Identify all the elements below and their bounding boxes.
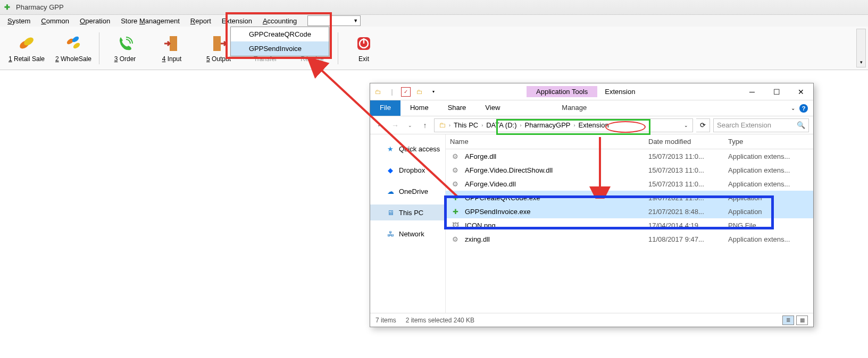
file-icon: ⚙	[450, 165, 461, 175]
app-title: Pharmacy GPP	[16, 3, 64, 11]
addr-dropdown-icon[interactable]: ⌄	[684, 123, 690, 128]
file-date: 15/07/2013 11:0...	[648, 166, 728, 174]
status-count: 7 items	[375, 317, 396, 324]
computer-icon: 🖥	[386, 208, 395, 217]
folder-icon: 🗀	[373, 87, 383, 97]
nav-quick-access[interactable]: ★Quick access	[370, 141, 445, 157]
search-input[interactable]: Search Extension 🔍	[713, 118, 809, 132]
file-icon: ⚙	[450, 234, 461, 244]
file-name: AForge.Video.DirectShow.dll	[465, 166, 648, 174]
tool-retail-sale[interactable]: 1 Retail Sale	[3, 29, 50, 67]
dropdown-create-qrcode[interactable]: GPPCreateQRCode	[231, 27, 329, 41]
file-name: ICON.png	[465, 221, 648, 229]
menu-operation[interactable]: Operation	[74, 16, 115, 26]
toolbar-separator	[99, 32, 99, 64]
view-large-icons-button[interactable]: ▦	[796, 316, 808, 325]
breadcrumb-drive[interactable]: DATA (D:)	[484, 121, 519, 129]
address-bar-row: ← → ⌄ ↑ 🗀 › This PC › DATA (D:) › Pharma…	[370, 116, 813, 134]
phone-icon	[115, 34, 135, 53]
ribbon-home[interactable]: Home	[400, 100, 438, 116]
chevron-right-icon[interactable]: ›	[448, 123, 452, 128]
chevron-right-icon[interactable]: ›	[519, 123, 523, 128]
properties-icon[interactable]: ✓	[401, 87, 411, 97]
menu-extension[interactable]: Extension	[216, 16, 257, 26]
door-in-icon	[162, 34, 181, 53]
svg-point-3	[72, 41, 81, 49]
breadcrumb-this-pc[interactable]: This PC	[452, 121, 480, 129]
ribbon-file[interactable]: File	[370, 100, 400, 116]
file-row[interactable]: ✚GPPSendInvoice.exe21/07/2021 8:48...App…	[446, 204, 813, 218]
menu-system[interactable]: System	[2, 16, 36, 26]
ribbon-collapse-icon[interactable]: ⌄	[791, 105, 795, 111]
maximize-button[interactable]: ☐	[764, 83, 789, 100]
file-row[interactable]: ⚙AForge.dll15/07/2013 11:0...Application…	[446, 149, 813, 163]
menu-accounting[interactable]: Accounting	[257, 16, 302, 26]
nav-this-pc[interactable]: 🖥This PC	[370, 204, 445, 220]
menu-combo[interactable]: ▼	[307, 15, 361, 26]
cloud-icon: ☁	[386, 187, 395, 195]
breadcrumb-extension[interactable]: Extension	[577, 121, 611, 129]
file-type: Application extens...	[728, 152, 813, 160]
file-date: 17/04/2014 4:19...	[648, 221, 728, 229]
toolbar: 1 Retail Sale 2 WholeSale 3 Order 4 Inpu…	[0, 27, 868, 70]
nav-up[interactable]: ↑	[419, 120, 431, 131]
col-date[interactable]: Date modified	[648, 138, 728, 146]
nav-network[interactable]: 🖧Network	[370, 226, 445, 242]
file-type: Application extens...	[728, 180, 813, 188]
nav-recent-dropdown[interactable]: ⌄	[404, 120, 416, 131]
breadcrumb-pharmacygpp[interactable]: PharmacyGPP	[523, 121, 573, 129]
door-out-icon	[209, 34, 228, 53]
explorer-titlebar: 🗀 | ✓ 🗀 ▾ Application Tools Extension ─ …	[370, 83, 813, 100]
ribbon-share[interactable]: Share	[438, 100, 476, 116]
minimize-button[interactable]: ─	[740, 83, 764, 100]
view-details-button[interactable]: ≣	[782, 316, 794, 325]
app-icon: ✚	[4, 3, 13, 12]
col-name[interactable]: Name	[450, 138, 648, 146]
file-icon: ⚙	[450, 151, 461, 161]
nav-dropbox[interactable]: ◆Dropbox	[370, 162, 445, 178]
close-button[interactable]: ✕	[789, 83, 813, 100]
file-type: Application extens...	[728, 166, 813, 174]
file-row[interactable]: ✚GPPCreateQRCode.exe19/07/2021 11:5...Ap…	[446, 191, 813, 204]
tool-wholesale[interactable]: 2 WholeSale	[50, 29, 97, 67]
file-row[interactable]: ⚙AForge.Video.dll15/07/2013 11:0...Appli…	[446, 177, 813, 191]
chevron-down-icon: ▼	[353, 18, 358, 23]
col-type[interactable]: Type	[728, 138, 813, 146]
file-row[interactable]: ⚙AForge.Video.DirectShow.dll15/07/2013 1…	[446, 163, 813, 177]
navigation-pane: ★Quick access ◆Dropbox ☁OneDrive 🖥This P…	[370, 134, 446, 313]
address-bar[interactable]: 🗀 › This PC › DATA (D:) › PharmacyGPP › …	[434, 118, 693, 132]
file-type: PNG File	[728, 221, 813, 229]
file-name: GPPSendInvoice.exe	[465, 208, 648, 216]
nav-forward[interactable]: →	[389, 120, 401, 131]
file-row[interactable]: ⚙zxing.dll11/08/2017 9:47...Application …	[446, 232, 813, 246]
menu-store[interactable]: Store Management	[115, 16, 185, 26]
power-icon	[354, 34, 373, 53]
toolbar-overflow[interactable]: ▾	[856, 29, 866, 67]
refresh-button[interactable]: ⟳	[696, 118, 710, 132]
qat-separator: |	[387, 87, 397, 97]
help-icon[interactable]: ?	[799, 104, 808, 113]
new-folder-icon[interactable]: 🗀	[415, 87, 424, 97]
nav-onedrive[interactable]: ☁OneDrive	[370, 183, 445, 199]
ribbon-manage[interactable]: Manage	[552, 100, 596, 116]
dropbox-icon: ◆	[386, 166, 395, 174]
file-icon: ⚙	[450, 178, 461, 189]
file-row[interactable]: 🖼ICON.png17/04/2014 4:19...PNG File	[446, 218, 813, 232]
extension-dropdown: GPPCreateQRCode GPPSendInvoice	[230, 27, 329, 56]
ribbon-view[interactable]: View	[475, 100, 510, 116]
menu-report[interactable]: Report	[185, 16, 216, 26]
addr-folder-icon: 🗀	[437, 121, 448, 129]
file-type: Application	[728, 208, 813, 216]
status-selected: 2 items selected 240 KB	[406, 317, 474, 324]
context-tab-application-tools[interactable]: Application Tools	[527, 86, 597, 97]
tool-input[interactable]: 4 Input	[148, 29, 195, 67]
chevron-right-icon[interactable]: ›	[480, 123, 484, 128]
menu-common[interactable]: Common	[36, 16, 74, 26]
chevron-right-icon[interactable]: ›	[573, 123, 577, 128]
nav-back[interactable]: ←	[374, 120, 386, 131]
tool-order[interactable]: 3 Order	[102, 29, 148, 67]
dropdown-send-invoice[interactable]: GPPSendInvoice	[231, 41, 329, 56]
file-icon: ✚	[450, 192, 461, 203]
qat-dropdown-icon[interactable]: ▾	[429, 87, 438, 97]
tool-exit[interactable]: Exit	[340, 29, 387, 67]
